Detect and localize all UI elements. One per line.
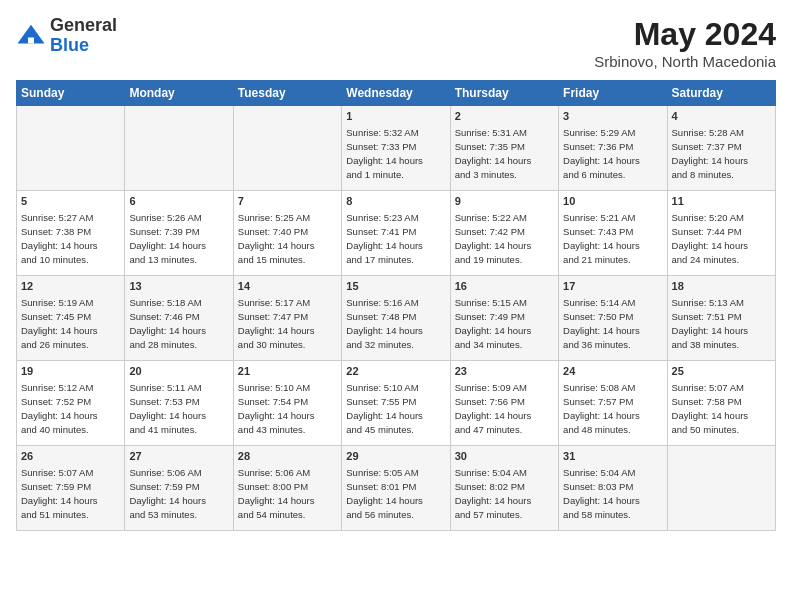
calendar-cell: 13Sunrise: 5:18 AM Sunset: 7:46 PM Dayli… [125, 276, 233, 361]
calendar-cell: 29Sunrise: 5:05 AM Sunset: 8:01 PM Dayli… [342, 446, 450, 531]
day-number: 15 [346, 279, 445, 294]
calendar-cell: 3Sunrise: 5:29 AM Sunset: 7:36 PM Daylig… [559, 106, 667, 191]
calendar-cell: 26Sunrise: 5:07 AM Sunset: 7:59 PM Dayli… [17, 446, 125, 531]
day-number: 11 [672, 194, 771, 209]
month-year: May 2024 [594, 16, 776, 53]
calendar-cell: 16Sunrise: 5:15 AM Sunset: 7:49 PM Dayli… [450, 276, 558, 361]
cell-info: Sunrise: 5:04 AM Sunset: 8:02 PM Dayligh… [455, 467, 532, 520]
day-number: 8 [346, 194, 445, 209]
cell-info: Sunrise: 5:22 AM Sunset: 7:42 PM Dayligh… [455, 212, 532, 265]
calendar-cell [667, 446, 775, 531]
calendar-cell: 28Sunrise: 5:06 AM Sunset: 8:00 PM Dayli… [233, 446, 341, 531]
cell-info: Sunrise: 5:06 AM Sunset: 8:00 PM Dayligh… [238, 467, 315, 520]
logo-blue: Blue [50, 36, 117, 56]
weekday-header: Sunday [17, 81, 125, 106]
calendar-cell: 8Sunrise: 5:23 AM Sunset: 7:41 PM Daylig… [342, 191, 450, 276]
calendar-cell: 17Sunrise: 5:14 AM Sunset: 7:50 PM Dayli… [559, 276, 667, 361]
cell-info: Sunrise: 5:16 AM Sunset: 7:48 PM Dayligh… [346, 297, 423, 350]
cell-info: Sunrise: 5:10 AM Sunset: 7:55 PM Dayligh… [346, 382, 423, 435]
weekday-header: Wednesday [342, 81, 450, 106]
calendar-cell: 19Sunrise: 5:12 AM Sunset: 7:52 PM Dayli… [17, 361, 125, 446]
calendar-cell: 11Sunrise: 5:20 AM Sunset: 7:44 PM Dayli… [667, 191, 775, 276]
calendar-cell: 21Sunrise: 5:10 AM Sunset: 7:54 PM Dayli… [233, 361, 341, 446]
logo-icon [16, 21, 46, 51]
calendar-table: SundayMondayTuesdayWednesdayThursdayFrid… [16, 80, 776, 531]
day-number: 2 [455, 109, 554, 124]
calendar-week-row: 1Sunrise: 5:32 AM Sunset: 7:33 PM Daylig… [17, 106, 776, 191]
cell-info: Sunrise: 5:18 AM Sunset: 7:46 PM Dayligh… [129, 297, 206, 350]
cell-info: Sunrise: 5:07 AM Sunset: 7:59 PM Dayligh… [21, 467, 98, 520]
cell-info: Sunrise: 5:12 AM Sunset: 7:52 PM Dayligh… [21, 382, 98, 435]
day-number: 7 [238, 194, 337, 209]
calendar-cell: 1Sunrise: 5:32 AM Sunset: 7:33 PM Daylig… [342, 106, 450, 191]
calendar-cell: 31Sunrise: 5:04 AM Sunset: 8:03 PM Dayli… [559, 446, 667, 531]
cell-info: Sunrise: 5:14 AM Sunset: 7:50 PM Dayligh… [563, 297, 640, 350]
cell-info: Sunrise: 5:10 AM Sunset: 7:54 PM Dayligh… [238, 382, 315, 435]
cell-info: Sunrise: 5:07 AM Sunset: 7:58 PM Dayligh… [672, 382, 749, 435]
calendar-cell: 22Sunrise: 5:10 AM Sunset: 7:55 PM Dayli… [342, 361, 450, 446]
day-number: 10 [563, 194, 662, 209]
cell-info: Sunrise: 5:25 AM Sunset: 7:40 PM Dayligh… [238, 212, 315, 265]
day-number: 23 [455, 364, 554, 379]
calendar-cell: 6Sunrise: 5:26 AM Sunset: 7:39 PM Daylig… [125, 191, 233, 276]
day-number: 19 [21, 364, 120, 379]
calendar-header: SundayMondayTuesdayWednesdayThursdayFrid… [17, 81, 776, 106]
logo-text: General Blue [50, 16, 117, 56]
cell-info: Sunrise: 5:19 AM Sunset: 7:45 PM Dayligh… [21, 297, 98, 350]
day-number: 16 [455, 279, 554, 294]
cell-info: Sunrise: 5:17 AM Sunset: 7:47 PM Dayligh… [238, 297, 315, 350]
calendar-cell: 30Sunrise: 5:04 AM Sunset: 8:02 PM Dayli… [450, 446, 558, 531]
day-number: 9 [455, 194, 554, 209]
cell-info: Sunrise: 5:08 AM Sunset: 7:57 PM Dayligh… [563, 382, 640, 435]
day-number: 25 [672, 364, 771, 379]
calendar-cell [125, 106, 233, 191]
day-number: 13 [129, 279, 228, 294]
day-number: 26 [21, 449, 120, 464]
day-number: 21 [238, 364, 337, 379]
weekday-header: Friday [559, 81, 667, 106]
weekday-header: Thursday [450, 81, 558, 106]
calendar-week-row: 26Sunrise: 5:07 AM Sunset: 7:59 PM Dayli… [17, 446, 776, 531]
day-number: 3 [563, 109, 662, 124]
calendar-cell: 24Sunrise: 5:08 AM Sunset: 7:57 PM Dayli… [559, 361, 667, 446]
day-number: 5 [21, 194, 120, 209]
cell-info: Sunrise: 5:31 AM Sunset: 7:35 PM Dayligh… [455, 127, 532, 180]
day-number: 27 [129, 449, 228, 464]
cell-info: Sunrise: 5:20 AM Sunset: 7:44 PM Dayligh… [672, 212, 749, 265]
calendar-cell: 4Sunrise: 5:28 AM Sunset: 7:37 PM Daylig… [667, 106, 775, 191]
cell-info: Sunrise: 5:32 AM Sunset: 7:33 PM Dayligh… [346, 127, 423, 180]
logo-general: General [50, 16, 117, 36]
title-block: May 2024 Srbinovo, North Macedonia [594, 16, 776, 70]
day-number: 30 [455, 449, 554, 464]
day-number: 12 [21, 279, 120, 294]
logo: General Blue [16, 16, 117, 56]
day-number: 24 [563, 364, 662, 379]
day-number: 22 [346, 364, 445, 379]
cell-info: Sunrise: 5:04 AM Sunset: 8:03 PM Dayligh… [563, 467, 640, 520]
calendar-cell: 9Sunrise: 5:22 AM Sunset: 7:42 PM Daylig… [450, 191, 558, 276]
weekday-row: SundayMondayTuesdayWednesdayThursdayFrid… [17, 81, 776, 106]
calendar-cell: 18Sunrise: 5:13 AM Sunset: 7:51 PM Dayli… [667, 276, 775, 361]
weekday-header: Saturday [667, 81, 775, 106]
cell-info: Sunrise: 5:15 AM Sunset: 7:49 PM Dayligh… [455, 297, 532, 350]
cell-info: Sunrise: 5:05 AM Sunset: 8:01 PM Dayligh… [346, 467, 423, 520]
day-number: 29 [346, 449, 445, 464]
day-number: 1 [346, 109, 445, 124]
cell-info: Sunrise: 5:21 AM Sunset: 7:43 PM Dayligh… [563, 212, 640, 265]
page-header: General Blue May 2024 Srbinovo, North Ma… [16, 16, 776, 70]
cell-info: Sunrise: 5:09 AM Sunset: 7:56 PM Dayligh… [455, 382, 532, 435]
calendar-cell: 5Sunrise: 5:27 AM Sunset: 7:38 PM Daylig… [17, 191, 125, 276]
cell-info: Sunrise: 5:27 AM Sunset: 7:38 PM Dayligh… [21, 212, 98, 265]
calendar-cell: 15Sunrise: 5:16 AM Sunset: 7:48 PM Dayli… [342, 276, 450, 361]
calendar-cell: 23Sunrise: 5:09 AM Sunset: 7:56 PM Dayli… [450, 361, 558, 446]
weekday-header: Monday [125, 81, 233, 106]
day-number: 17 [563, 279, 662, 294]
calendar-cell: 27Sunrise: 5:06 AM Sunset: 7:59 PM Dayli… [125, 446, 233, 531]
calendar-week-row: 5Sunrise: 5:27 AM Sunset: 7:38 PM Daylig… [17, 191, 776, 276]
location: Srbinovo, North Macedonia [594, 53, 776, 70]
calendar-week-row: 19Sunrise: 5:12 AM Sunset: 7:52 PM Dayli… [17, 361, 776, 446]
calendar-cell: 14Sunrise: 5:17 AM Sunset: 7:47 PM Dayli… [233, 276, 341, 361]
calendar-body: 1Sunrise: 5:32 AM Sunset: 7:33 PM Daylig… [17, 106, 776, 531]
cell-info: Sunrise: 5:11 AM Sunset: 7:53 PM Dayligh… [129, 382, 206, 435]
cell-info: Sunrise: 5:29 AM Sunset: 7:36 PM Dayligh… [563, 127, 640, 180]
